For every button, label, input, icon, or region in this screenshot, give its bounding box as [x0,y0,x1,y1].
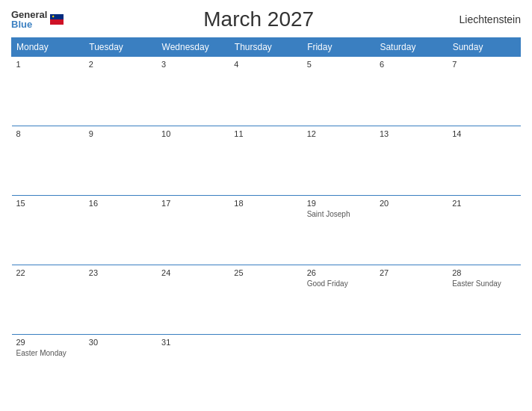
day-number: 19 [307,199,371,208]
day-number: 20 [380,199,443,208]
day-number: 3 [161,60,225,69]
calendar-day-cell: 3 [157,57,229,126]
calendar-day-cell: 22 [12,265,84,334]
calendar-day-cell [375,334,448,404]
day-number: 7 [452,60,516,69]
day-number: 29 [16,338,80,347]
day-number: 17 [161,199,225,208]
calendar-day-cell: 21 [448,195,520,265]
page-header: General Blue March 2027 Liechtenstein [11,7,521,31]
col-saturday: Saturday [375,38,448,57]
col-monday: Monday [12,38,84,57]
calendar-day-cell: 4 [229,57,302,126]
calendar-day-cell: 30 [84,334,157,404]
calendar-week-row: 891011121314 [12,126,521,195]
holiday-label: Good Friday [307,279,371,288]
calendar-day-cell: 11 [229,126,302,195]
logo-blue-text: Blue [11,19,47,29]
day-number: 23 [89,268,152,277]
calendar-day-cell: 12 [303,126,375,195]
day-number: 2 [89,60,152,69]
calendar-day-cell: 27 [375,265,448,334]
calendar-day-cell: 9 [84,126,157,195]
calendar-day-cell: 7 [448,57,520,126]
calendar-day-cell: 8 [12,126,84,195]
day-number: 6 [380,60,443,69]
day-number: 12 [307,129,371,138]
day-number: 10 [161,129,225,138]
calendar-day-cell: 26Good Friday [303,265,375,334]
day-number: 18 [234,199,297,208]
calendar-day-cell: 19Saint Joseph [303,195,375,265]
calendar-day-cell: 13 [375,126,448,195]
calendar-header: Monday Tuesday Wednesday Thursday Friday… [12,38,521,57]
holiday-label: Easter Sunday [452,279,516,288]
calendar-day-cell: 31 [157,334,229,404]
calendar-day-cell: 5 [303,57,375,126]
logo-flag-icon [50,14,64,25]
day-number: 4 [234,60,297,69]
calendar-day-cell: 23 [84,265,157,334]
svg-rect-0 [50,14,64,19]
holiday-label: Saint Joseph [307,210,371,218]
svg-rect-1 [50,19,64,25]
day-number: 14 [452,129,516,138]
calendar-day-cell: 15 [12,195,84,265]
col-thursday: Thursday [229,38,302,57]
day-number: 31 [161,338,225,347]
col-sunday: Sunday [448,38,520,57]
calendar-title: March 2027 [64,7,454,31]
calendar-week-row: 1516171819Saint Joseph2021 [12,195,521,265]
calendar-table: Monday Tuesday Wednesday Thursday Friday… [11,37,521,404]
calendar-day-cell: 25 [229,265,302,334]
col-tuesday: Tuesday [84,38,157,57]
col-wednesday: Wednesday [157,38,229,57]
calendar-day-cell [303,334,375,404]
day-number: 8 [16,129,80,138]
calendar-day-cell: 24 [157,265,229,334]
day-number: 11 [234,129,297,138]
calendar-day-cell: 2 [84,57,157,126]
day-number: 1 [16,60,80,69]
day-number: 13 [380,129,443,138]
day-number: 15 [16,199,80,208]
calendar-body: 12345678910111213141516171819Saint Josep… [12,57,521,404]
day-number: 24 [161,268,225,277]
calendar-day-cell [448,334,520,404]
day-number: 25 [234,268,297,277]
logo: General Blue [11,10,64,29]
calendar-day-cell: 20 [375,195,448,265]
calendar-day-cell: 10 [157,126,229,195]
calendar-day-cell: 28Easter Sunday [448,265,520,334]
calendar-day-cell: 17 [157,195,229,265]
day-number: 5 [307,60,371,69]
day-number: 21 [452,199,516,208]
day-number: 22 [16,268,80,277]
calendar-day-cell: 14 [448,126,520,195]
calendar-week-row: 1234567 [12,57,521,126]
holiday-label: Easter Monday [16,349,80,357]
day-number: 28 [452,268,516,277]
calendar-week-row: 29Easter Monday3031 [12,334,521,404]
day-number: 30 [89,338,152,347]
calendar-day-cell: 29Easter Monday [12,334,84,404]
day-number: 9 [89,129,152,138]
day-number: 16 [89,199,152,208]
country-label: Liechtenstein [454,13,521,25]
calendar-day-cell: 18 [229,195,302,265]
calendar-day-cell: 1 [12,57,84,126]
calendar-day-cell: 6 [375,57,448,126]
days-of-week-row: Monday Tuesday Wednesday Thursday Friday… [12,38,521,57]
col-friday: Friday [303,38,375,57]
day-number: 27 [380,268,443,277]
calendar-day-cell [229,334,302,404]
calendar-day-cell: 16 [84,195,157,265]
calendar-week-row: 2223242526Good Friday2728Easter Sunday [12,265,521,334]
day-number: 26 [307,268,371,277]
